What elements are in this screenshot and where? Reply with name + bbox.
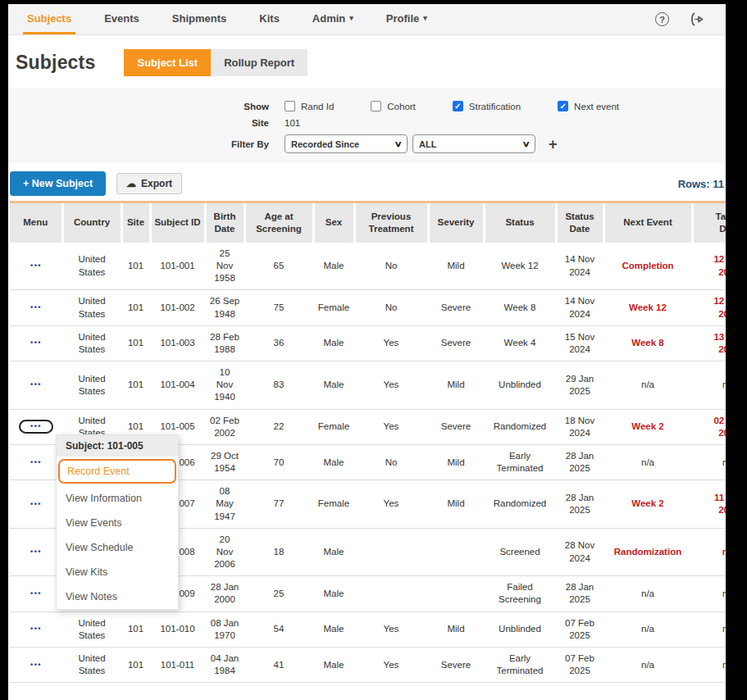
cell-next-event: n/a (604, 444, 692, 480)
cell-status: Randomized (484, 480, 556, 529)
export-label: Export (141, 178, 172, 189)
cell-previous-treatment: No (354, 290, 428, 325)
row-menu-button[interactable]: ••• (19, 622, 53, 636)
cell-age: 65 (244, 243, 313, 290)
cell-site: 101 (121, 648, 150, 683)
cell-status: Failed Screening (484, 576, 556, 611)
checkbox-icon: ✓ (285, 101, 295, 111)
cell-birth-date: 02 Feb 2002 (205, 409, 244, 444)
cell-sex: Male (313, 325, 354, 361)
help-icon[interactable]: ? (655, 12, 669, 26)
cell-sex: Male (313, 576, 354, 611)
column-header: Age at Screening (244, 202, 313, 243)
cell-severity: Severe (428, 290, 484, 325)
cell-status-date: 15 Nov 2024 (556, 325, 604, 361)
row-menu-button[interactable]: ••• (19, 587, 53, 601)
row-menu-button[interactable]: ••• (19, 259, 53, 273)
cell-previous-treatment: Yes (354, 611, 428, 647)
cell-target-date: n/a (692, 444, 726, 480)
add-filter-button[interactable]: + (549, 137, 558, 152)
cell-status-date: 28 Jan 2025 (556, 576, 604, 611)
context-menu-item-view-events[interactable]: View Events (57, 511, 178, 535)
show-option-rand-id[interactable]: ✓ Rand Id (285, 101, 334, 111)
cell-previous-treatment: Yes (354, 361, 428, 410)
cell-birth-date: 10 Nov 1940 (205, 361, 244, 410)
column-header: Status (484, 202, 556, 243)
page-title: Subjects (16, 52, 95, 74)
cell-status: Early Terminated (484, 648, 556, 683)
cell-country: United States (62, 361, 121, 410)
nav-item-label: Events (104, 12, 139, 25)
cell-birth-date: 28 Feb 1988 (205, 325, 244, 361)
show-option-stratification[interactable]: ✓ Stratification (453, 101, 521, 111)
chevron-down-icon: ∨ (394, 139, 402, 148)
row-context-menu: Subject: 101-005 Record Event View Infor… (56, 434, 179, 610)
column-header: Target Date (692, 202, 726, 243)
context-menu-item-record-event[interactable]: Record Event (58, 459, 176, 484)
nav-item-profile[interactable]: Profile ▾ (382, 4, 431, 34)
cell-target-date: 13 Dec 2024 (692, 325, 726, 361)
show-filter-row: Show ✓ Rand Id ✓ Cohort ✓ Stratification… (8, 101, 726, 111)
cell-status-date: 07 Feb 2025 (556, 648, 604, 683)
cell-status: Week 12 (484, 243, 556, 290)
filter-type-select[interactable]: Recorded Since ∨ (285, 134, 408, 153)
row-menu-button[interactable]: ••• (19, 336, 53, 350)
cell-country: United States (62, 325, 121, 361)
cell-status: Unblinded (484, 361, 556, 410)
cell-previous-treatment: Yes (354, 409, 428, 444)
nav-item-events[interactable]: Events (100, 4, 143, 34)
row-menu-button[interactable]: ••• (19, 545, 53, 559)
context-menu-item-view-kits[interactable]: View Kits (57, 560, 178, 584)
cell-birth-date: 04 Jan 1984 (205, 648, 244, 683)
nav-item-subjects[interactable]: Subjects (23, 4, 75, 34)
cell-birth-date: 25 Nov 1958 (205, 243, 244, 290)
table-row: ••• United States 101 101-004 10 Nov 194… (10, 361, 726, 410)
cell-severity: Mild (428, 480, 484, 529)
site-filter-row: Site 101 (8, 118, 726, 128)
table-row: ••• United States 101 101-011 04 Jan 198… (10, 648, 726, 683)
column-header: Menu (10, 202, 62, 243)
column-header: Next Event (604, 202, 692, 243)
export-button[interactable]: ☁ Export (116, 173, 182, 194)
show-option-cohort[interactable]: ✓ Cohort (371, 101, 416, 111)
row-menu-button[interactable]: ••• (19, 498, 53, 511)
checkbox-label: Next event (574, 102, 619, 111)
cell-age: 22 (244, 409, 313, 444)
show-option-next-event[interactable]: ✓ Next event (558, 101, 619, 111)
cell-sex: Female (313, 480, 354, 529)
checkbox-label: Rand Id (301, 102, 334, 111)
nav-item-kits[interactable]: Kits (255, 4, 284, 34)
nav-item-admin[interactable]: Admin ▾ (308, 4, 358, 34)
cell-next-event: Randomization (604, 528, 692, 576)
row-menu-button[interactable]: ••• (19, 301, 53, 315)
cell-severity: Mild (428, 243, 484, 290)
row-menu-button[interactable]: ••• (19, 658, 53, 672)
cell-menu: ••• (10, 611, 62, 647)
cell-sex: Male (313, 528, 354, 576)
cell-birth-date: 08 Jan 1970 (205, 611, 244, 647)
context-menu-item-view-information[interactable]: View Information (57, 486, 178, 511)
cell-country: United States (62, 648, 121, 683)
filter-value-select[interactable]: ALL ∨ (412, 134, 535, 153)
site-label: Site (8, 118, 269, 128)
context-menu-item-view-schedule[interactable]: View Schedule (57, 535, 178, 560)
logout-icon[interactable] (689, 12, 704, 26)
cell-site: 101 (121, 243, 150, 290)
row-menu-button[interactable]: ••• (19, 456, 53, 470)
row-menu-button[interactable]: ••• (19, 420, 53, 434)
cell-previous-treatment: No (354, 444, 428, 480)
cell-next-event: Completion (604, 243, 692, 290)
column-header: Country (62, 202, 121, 243)
cell-next-event: Week 8 (604, 325, 692, 361)
filter-by-label: Filter By (8, 139, 269, 149)
cell-status-date: 14 Nov 2024 (556, 290, 604, 325)
nav-item-shipments[interactable]: Shipments (168, 4, 230, 34)
context-menu-header: Subject: 101-005 (57, 435, 178, 457)
cell-target-date: n/a (692, 361, 726, 410)
tab-subject-list[interactable]: Subject List (124, 49, 211, 76)
tab-rollup-report[interactable]: Rollup Report (211, 49, 307, 76)
row-menu-button[interactable]: ••• (19, 378, 53, 392)
table-row: ••• United States 101 101-001 25 Nov 195… (10, 243, 726, 290)
new-subject-button[interactable]: + New Subject (10, 171, 106, 196)
context-menu-item-view-notes[interactable]: View Notes (57, 584, 178, 609)
